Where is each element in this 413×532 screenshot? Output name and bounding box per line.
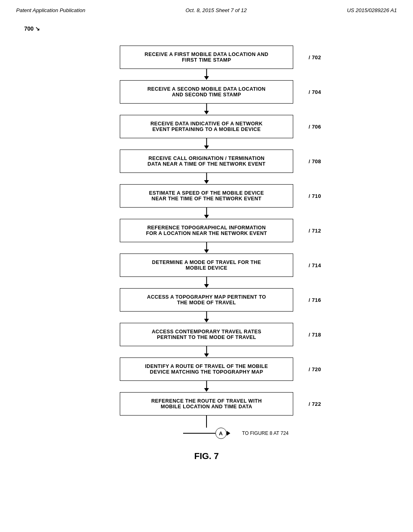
step-box-714: DETERMINE A MODE OF TRAVEL FOR THEMOBILE… — [120, 254, 293, 277]
to-figure-label: TO FIGURE 8 AT 724 — [242, 430, 288, 436]
bottom-horizontal-connector: A TO FIGURE 8 AT 724 — [183, 428, 230, 439]
step-wrapper-702: RECEIVE A FIRST MOBILE DATA LOCATION AND… — [24, 46, 389, 69]
step-wrapper-720: IDENTIFY A ROUTE OF TRAVEL OF THE MOBILE… — [24, 357, 389, 381]
arrow-706 — [120, 138, 293, 150]
bottom-vertical-line — [206, 416, 207, 428]
step-wrapper-716: ACCESS A TOPOGRAPHY MAP PERTINENT TOTHE … — [24, 288, 389, 312]
step-label-704: / 704 — [309, 89, 321, 95]
step-box-718: ACCESS CONTEMPORARY TRAVEL RATESPERTINEN… — [120, 323, 293, 346]
step-label-716: / 716 — [309, 297, 321, 303]
header-middle: Oct. 8, 2015 Sheet 7 of 12 — [186, 7, 247, 13]
arrow-702 — [120, 69, 293, 80]
arrow-718 — [120, 346, 293, 357]
arrow-704 — [120, 104, 293, 115]
step-box-708: RECEIVE CALL ORIGINATION / TERMINATIONDA… — [120, 150, 293, 173]
step-wrapper-708: RECEIVE CALL ORIGINATION / TERMINATIONDA… — [24, 150, 389, 173]
flowchart: RECEIVE A FIRST MOBILE DATA LOCATION AND… — [24, 46, 389, 439]
step-wrapper-710: ESTIMATE A SPEED OF THE MOBILE DEVICENEA… — [24, 184, 389, 208]
arrow-720 — [120, 381, 293, 392]
bottom-connector: A TO FIGURE 8 AT 724 — [120, 416, 293, 439]
step-box-712: REFERENCE TOPOGRAPHICAL INFORMATIONFOR A… — [120, 219, 293, 242]
horizontal-line — [183, 433, 215, 434]
step-wrapper-712: REFERENCE TOPOGRAPHICAL INFORMATIONFOR A… — [24, 219, 389, 242]
step-box-704: RECEIVE A SECOND MOBILE DATA LOCATIONAND… — [120, 80, 293, 104]
figure-title: FIG. 7 — [24, 451, 389, 461]
connector-label: A — [219, 430, 223, 436]
step-label-718: / 718 — [309, 332, 321, 338]
step-box-702: RECEIVE A FIRST MOBILE DATA LOCATION AND… — [120, 46, 293, 69]
step-label-722: / 722 — [309, 401, 321, 407]
step-box-706: RECEIVE DATA INDICATIVE OF A NETWORKEVEN… — [120, 115, 293, 138]
step-label-708: / 708 — [309, 158, 321, 164]
header-left: Patent Application Publication — [16, 7, 86, 13]
step-wrapper-714: DETERMINE A MODE OF TRAVEL FOR THEMOBILE… — [24, 254, 389, 277]
step-box-716: ACCESS A TOPOGRAPHY MAP PERTINENT TOTHE … — [120, 288, 293, 312]
arrow-714 — [120, 277, 293, 288]
figure-number-label: 700 ↘ — [24, 25, 40, 32]
diagram-area: 700 ↘ RECEIVE A FIRST MOBILE DATA LOCATI… — [0, 13, 413, 478]
step-wrapper-718: ACCESS CONTEMPORARY TRAVEL RATESPERTINEN… — [24, 323, 389, 346]
step-wrapper-722: REFERENCE THE ROUTE OF TRAVEL WITHMOBILE… — [24, 392, 389, 416]
step-label-720: / 720 — [309, 366, 321, 372]
page-header: Patent Application Publication Oct. 8, 2… — [0, 0, 413, 13]
step-box-710: ESTIMATE A SPEED OF THE MOBILE DEVICENEA… — [120, 184, 293, 208]
header-right: US 2015/0289226 A1 — [347, 7, 397, 13]
step-box-722: REFERENCE THE ROUTE OF TRAVEL WITHMOBILE… — [120, 392, 293, 416]
step-label-712: / 712 — [309, 228, 321, 234]
connector-circle: A — [215, 428, 227, 439]
arrow-710 — [120, 208, 293, 219]
step-label-706: / 706 — [309, 124, 321, 130]
step-wrapper-704: RECEIVE A SECOND MOBILE DATA LOCATIONAND… — [24, 80, 389, 104]
step-label-714: / 714 — [309, 262, 321, 268]
arrow-712 — [120, 242, 293, 254]
step-wrapper-706: RECEIVE DATA INDICATIVE OF A NETWORKEVEN… — [24, 115, 389, 138]
step-box-720: IDENTIFY A ROUTE OF TRAVEL OF THE MOBILE… — [120, 357, 293, 381]
arrow-716 — [120, 312, 293, 323]
step-label-702: / 702 — [309, 54, 321, 60]
arrow-right: A — [215, 428, 230, 439]
arrow-708 — [120, 173, 293, 184]
step-label-710: / 710 — [309, 193, 321, 199]
